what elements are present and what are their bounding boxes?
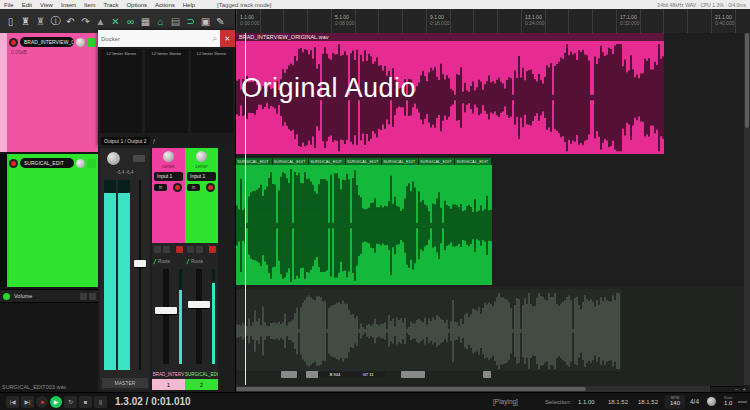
rate-slider[interactable]	[738, 401, 747, 403]
master-strip[interactable]: -6.4 -6.4 MASTER	[100, 148, 150, 390]
envelope-pencil-icon[interactable]: ✎	[214, 15, 227, 28]
menu-options[interactable]: Options	[122, 2, 151, 8]
play-button[interactable]: ▶	[50, 396, 62, 408]
routing-column-2[interactable]: L2 limiter Stereo	[145, 49, 187, 133]
strip-fader[interactable]	[188, 269, 210, 364]
split-item-label[interactable]: SURGICAL_EDIT	[346, 158, 383, 165]
grid-lines-icon[interactable]: ▤	[169, 15, 182, 28]
track2-name[interactable]: SURGICAL_EDIT	[20, 158, 74, 168]
menu-edit[interactable]: Edit	[18, 2, 36, 8]
redo-icon[interactable]: ↷	[79, 15, 92, 28]
stamp-tool-icon[interactable]: ♜	[19, 15, 32, 28]
fx-button[interactable]	[187, 246, 194, 253]
lock-icon[interactable]: ▣	[199, 15, 212, 28]
pan-knob[interactable]	[76, 38, 85, 47]
mute-button[interactable]	[176, 246, 183, 253]
menu-file[interactable]: File	[0, 2, 18, 8]
rate-value[interactable]: 1.0	[724, 400, 732, 407]
go-start-button[interactable]: |◀	[6, 396, 19, 408]
item-chip[interactable]	[281, 371, 297, 378]
stamp-tool-2-icon[interactable]: ♜	[34, 15, 47, 28]
transport-time-readout[interactable]: 1.3.02 / 0:01.010	[115, 396, 191, 407]
master-pan-knob[interactable]	[107, 152, 120, 165]
search-input[interactable]: Docker ⌕	[98, 30, 220, 47]
record-arm-button[interactable]	[9, 159, 18, 168]
monitor-button[interactable]	[87, 38, 96, 47]
strip-pan-knob[interactable]	[163, 151, 174, 162]
input-selector[interactable]: Input 1	[187, 172, 216, 181]
selection-length[interactable]: 18.1.52	[638, 399, 658, 405]
stop-button[interactable]: ■	[79, 396, 92, 408]
route-label[interactable]: Route	[191, 259, 203, 264]
media-item-ghost[interactable]	[236, 289, 621, 371]
item-group-icon[interactable]: ▲	[94, 15, 107, 28]
strip-fader[interactable]	[155, 269, 177, 364]
master-fader-handle[interactable]	[134, 260, 146, 267]
go-end-button[interactable]: ▶|	[21, 396, 34, 408]
track2-lane[interactable]: SURGICAL_EDITSURGICAL_EDITSURGICAL_EDITS…	[236, 157, 744, 288]
rate-box[interactable]: Rate 1.0	[724, 395, 732, 407]
pause-button[interactable]: ||	[94, 396, 107, 408]
muted-lane[interactable]: B 944GT 11	[236, 287, 744, 387]
record-button[interactable]: ●	[36, 396, 48, 408]
project-settings-icon[interactable]: ⓘ	[49, 15, 62, 28]
mixer-strip-track1[interactable]: center Input 1 in / Route	[152, 148, 185, 390]
hscroll-thumb[interactable]	[236, 387, 586, 391]
edit-cursor[interactable]	[245, 33, 246, 385]
arrange-view[interactable]: 1.1.000:00.0005.1.000:08.0009.1.000:16.0…	[235, 9, 750, 392]
undo-icon[interactable]: ↶	[64, 15, 77, 28]
envelope-mini-button[interactable]	[89, 293, 96, 300]
media-item-original[interactable]: BRAD_INTERVIEW_ORIGINAL.wav Original Aud…	[236, 33, 664, 154]
solo-button[interactable]	[196, 246, 203, 253]
close-button[interactable]: ✕	[220, 30, 235, 47]
split-item-label[interactable]: SURGICAL_EDIT	[419, 158, 456, 165]
master-fader[interactable]	[133, 180, 147, 370]
new-project-icon[interactable]: ▯	[4, 15, 17, 28]
track-panel-2[interactable]: SURGICAL_EDIT	[0, 154, 98, 287]
crossfade-icon[interactable]: ✕	[109, 15, 122, 28]
envelope-mini-button[interactable]	[80, 293, 87, 300]
time-signature[interactable]: 4/4	[690, 398, 699, 405]
envelope-active-toggle[interactable]	[3, 293, 10, 300]
split-item-label[interactable]: SURGICAL_EDIT	[309, 158, 346, 165]
track1-name[interactable]: BRAD_INTERVIEW_ORIG	[20, 37, 74, 47]
record-arm-button[interactable]	[9, 38, 18, 47]
routing-column-3[interactable]: L2 limiter Stereo	[191, 49, 233, 133]
route-label[interactable]: Route	[158, 259, 170, 264]
menu-track[interactable]: Track	[100, 2, 123, 8]
bpm-box[interactable]: BPM 140	[665, 395, 685, 409]
split-item-label[interactable]: SURGICAL_EDIT	[382, 158, 419, 165]
input-mode-button[interactable]: in	[187, 184, 200, 191]
volume-envelope-lane[interactable]: Volume	[0, 289, 98, 303]
vertical-scrollbar[interactable]	[744, 33, 750, 385]
repeat-button[interactable]: ↻	[64, 396, 77, 408]
fader-handle[interactable]	[155, 307, 177, 314]
vscroll-thumb[interactable]	[745, 33, 749, 128]
snap-icon[interactable]: ⌂	[154, 15, 167, 28]
output-destination[interactable]: Output 1 / Output 2	[101, 137, 150, 145]
split-item-label[interactable]: SURGICAL_EDIT	[236, 158, 273, 165]
record-arm-button[interactable]	[173, 183, 182, 192]
split-item-label[interactable]: SURGICAL_EDIT	[273, 158, 310, 165]
fx-button[interactable]	[154, 246, 161, 253]
mute-button[interactable]	[209, 246, 216, 253]
track1-lane[interactable]: BRAD_INTERVIEW_ORIGINAL.wav Original Aud…	[236, 33, 744, 158]
ripple-edit-icon[interactable]: ∞	[124, 15, 137, 28]
loop-icon[interactable]: ⊃	[184, 15, 197, 28]
selection-start[interactable]: 1.1.00	[578, 399, 595, 405]
selection-end[interactable]: 18.1.52	[608, 399, 628, 405]
mixer-strip-track2[interactable]: center Input 1 in / Route	[185, 148, 218, 390]
record-arm-button[interactable]	[206, 183, 215, 192]
menu-actions[interactable]: Actions	[151, 2, 179, 8]
item-chip[interactable]: GT 11	[351, 371, 385, 378]
item-chip[interactable]	[401, 371, 425, 378]
track-panel-1[interactable]: BRAD_INTERVIEW_ORIG 0.00dB	[0, 33, 98, 152]
fader-handle[interactable]	[188, 301, 210, 308]
menu-help[interactable]: Help	[179, 2, 199, 8]
bpm-value[interactable]: 140	[665, 400, 685, 407]
item-chip[interactable]: B 944	[318, 371, 352, 378]
input-selector[interactable]: Input 1	[154, 172, 183, 181]
item-chip[interactable]	[483, 371, 491, 378]
menu-item[interactable]: Item	[80, 2, 100, 8]
master-fx-chip[interactable]	[133, 155, 145, 162]
